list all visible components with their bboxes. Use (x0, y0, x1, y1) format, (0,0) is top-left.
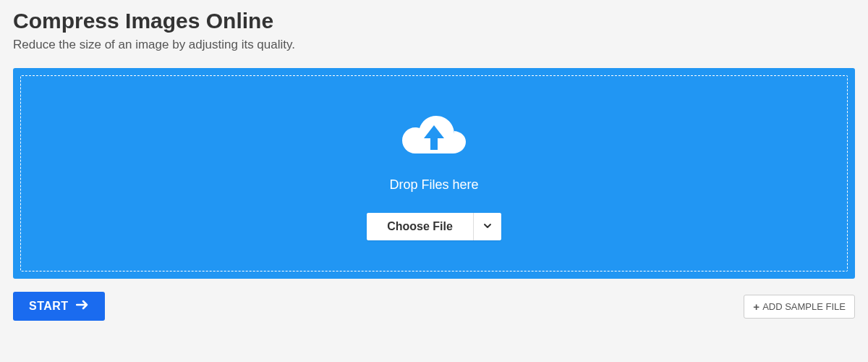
page-title: Compress Images Online (13, 9, 855, 33)
start-button[interactable]: START (13, 292, 105, 321)
cloud-upload-icon (399, 112, 469, 167)
page-subtitle: Reduce the size of an image by adjusting… (13, 38, 855, 52)
chevron-down-icon (482, 221, 493, 233)
choose-file-group: Choose File (367, 213, 501, 240)
choose-file-button[interactable]: Choose File (367, 213, 473, 240)
arrow-right-icon (76, 300, 89, 313)
plus-icon: + (753, 300, 760, 313)
file-dropzone[interactable]: Drop Files here Choose File (13, 68, 855, 279)
drop-files-label: Drop Files here (389, 177, 478, 193)
start-button-label: START (29, 300, 69, 313)
add-sample-file-label: ADD SAMPLE FILE (762, 301, 846, 312)
choose-file-dropdown-button[interactable] (473, 213, 501, 240)
bottom-action-bar: START + ADD SAMPLE FILE (13, 292, 855, 321)
add-sample-file-button[interactable]: + ADD SAMPLE FILE (744, 295, 855, 319)
dropzone-inner: Drop Files here Choose File (20, 75, 848, 272)
